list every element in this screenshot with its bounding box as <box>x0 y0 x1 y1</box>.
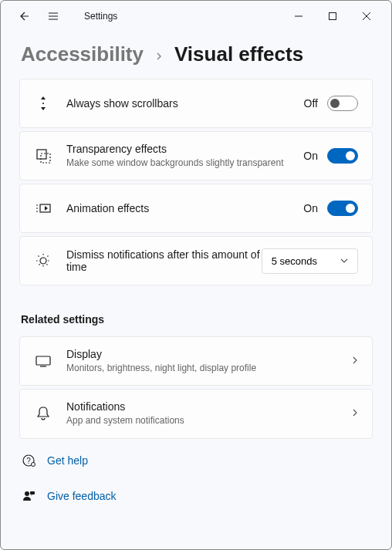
chevron-right-icon <box>154 42 164 66</box>
setting-title: Always show scrollbars <box>66 97 304 110</box>
hamburger-icon <box>47 10 59 22</box>
titlebar: Settings <box>1 1 391 32</box>
display-icon <box>34 352 52 370</box>
feedback-icon <box>21 488 36 504</box>
link-label: Get help <box>47 454 88 467</box>
scrollbar-icon <box>34 94 52 113</box>
setting-text: Display Monitors, brightness, night ligh… <box>66 348 352 374</box>
related-settings-header: Related settings <box>21 313 373 326</box>
page-title: Visual effects <box>174 42 303 66</box>
bell-icon <box>34 404 52 423</box>
menu-button[interactable] <box>44 7 63 25</box>
setting-state-label: Off <box>304 97 318 110</box>
setting-state-label: On <box>303 150 318 162</box>
related-notifications[interactable]: Notifications App and system notificatio… <box>19 389 373 438</box>
chevron-right-icon <box>352 354 358 368</box>
setting-text: Animation effects <box>66 202 303 214</box>
help-icon: ? <box>21 453 36 468</box>
svg-point-9 <box>32 462 35 466</box>
setting-desc: App and system notifications <box>66 414 352 427</box>
setting-title: Display <box>66 348 352 360</box>
setting-text: Always show scrollbars <box>66 97 304 110</box>
app-title: Settings <box>84 11 117 22</box>
setting-title: Animation effects <box>66 202 303 214</box>
minimize-icon <box>295 12 302 20</box>
svg-rect-2 <box>37 150 46 159</box>
close-button[interactable] <box>350 5 384 28</box>
back-arrow-icon <box>18 10 30 22</box>
setting-animation: Animation effects On <box>19 184 373 233</box>
transparency-icon <box>34 147 52 165</box>
setting-dismiss-notifications: Dismiss notifications after this amount … <box>19 236 373 285</box>
setting-desc: Monitors, brightness, night light, displ… <box>66 362 352 374</box>
window-controls <box>282 5 384 28</box>
scrollbars-toggle[interactable] <box>327 96 358 111</box>
titlebar-left: Settings <box>8 7 117 25</box>
dismiss-time-dropdown[interactable]: 5 seconds <box>262 248 358 274</box>
maximize-button[interactable] <box>316 5 350 28</box>
give-feedback-link[interactable]: Give feedback <box>19 482 373 510</box>
back-button[interactable] <box>15 7 33 25</box>
svg-rect-0 <box>329 13 336 20</box>
svg-rect-3 <box>41 154 50 163</box>
setting-transparency: Transparency effects Make some window ba… <box>19 131 373 181</box>
setting-title: Notifications <box>66 400 352 413</box>
svg-rect-11 <box>30 491 35 494</box>
chevron-down-icon <box>340 258 348 263</box>
dropdown-value: 5 seconds <box>272 255 317 267</box>
svg-rect-6 <box>36 356 50 365</box>
animation-toggle[interactable] <box>327 201 358 216</box>
animation-icon <box>34 199 52 218</box>
setting-scrollbars: Always show scrollbars Off <box>19 79 373 128</box>
setting-state-label: On <box>303 202 318 214</box>
minimize-button[interactable] <box>282 5 316 28</box>
svg-point-1 <box>42 103 44 104</box>
setting-title: Transparency effects <box>66 143 303 155</box>
brightness-icon <box>34 251 52 270</box>
chevron-right-icon <box>352 407 358 420</box>
breadcrumb-parent[interactable]: Accessibility <box>21 42 144 66</box>
setting-text: Transparency effects Make some window ba… <box>66 143 303 169</box>
setting-text: Dismiss notifications after this amount … <box>66 248 262 273</box>
setting-desc: Make some window backgrounds slightly tr… <box>66 157 303 169</box>
setting-title: Dismiss notifications after this amount … <box>66 248 262 273</box>
svg-text:?: ? <box>26 456 31 464</box>
related-display[interactable]: Display Monitors, brightness, night ligh… <box>19 336 373 386</box>
maximize-icon <box>329 12 336 20</box>
close-icon <box>363 12 370 20</box>
svg-point-10 <box>25 491 29 496</box>
link-label: Give feedback <box>47 490 117 502</box>
svg-point-5 <box>40 258 46 264</box>
transparency-toggle[interactable] <box>327 148 358 164</box>
setting-text: Notifications App and system notificatio… <box>66 400 352 427</box>
breadcrumb: Accessibility Visual effects <box>1 32 391 79</box>
content: Always show scrollbars Off Transparency … <box>1 79 391 510</box>
get-help-link[interactable]: ? Get help <box>19 447 373 474</box>
